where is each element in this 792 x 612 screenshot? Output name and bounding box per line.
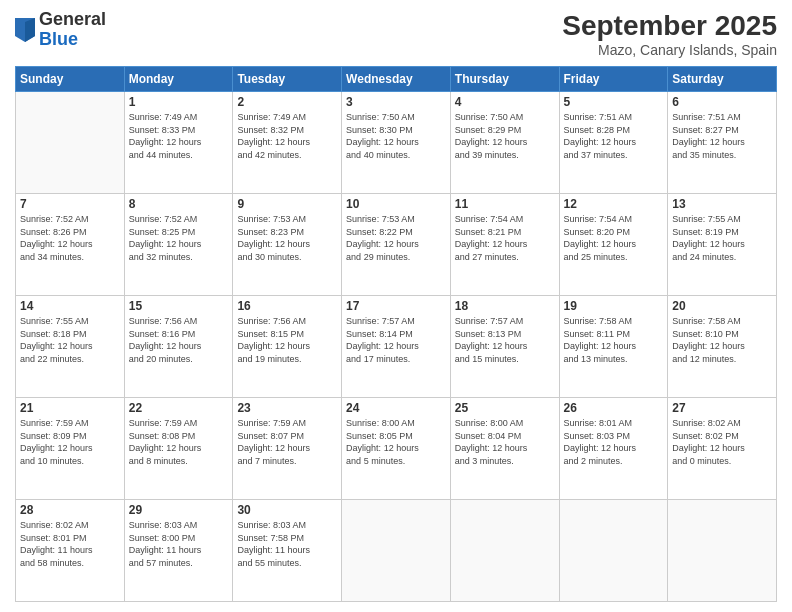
day-number: 20: [672, 299, 772, 313]
table-row: 25Sunrise: 8:00 AM Sunset: 8:04 PM Dayli…: [450, 398, 559, 500]
day-info: Sunrise: 7:50 AM Sunset: 8:29 PM Dayligh…: [455, 111, 555, 161]
table-row: 12Sunrise: 7:54 AM Sunset: 8:20 PM Dayli…: [559, 194, 668, 296]
day-number: 1: [129, 95, 229, 109]
day-number: 28: [20, 503, 120, 517]
table-row: 1Sunrise: 7:49 AM Sunset: 8:33 PM Daylig…: [124, 92, 233, 194]
col-thursday: Thursday: [450, 67, 559, 92]
header: General Blue September 2025 Mazo, Canary…: [15, 10, 777, 58]
day-info: Sunrise: 7:59 AM Sunset: 8:07 PM Dayligh…: [237, 417, 337, 467]
day-number: 21: [20, 401, 120, 415]
day-number: 5: [564, 95, 664, 109]
table-row: 10Sunrise: 7:53 AM Sunset: 8:22 PM Dayli…: [342, 194, 451, 296]
calendar-header-row: Sunday Monday Tuesday Wednesday Thursday…: [16, 67, 777, 92]
col-friday: Friday: [559, 67, 668, 92]
day-info: Sunrise: 7:55 AM Sunset: 8:19 PM Dayligh…: [672, 213, 772, 263]
table-row: 17Sunrise: 7:57 AM Sunset: 8:14 PM Dayli…: [342, 296, 451, 398]
day-info: Sunrise: 7:53 AM Sunset: 8:22 PM Dayligh…: [346, 213, 446, 263]
day-number: 27: [672, 401, 772, 415]
day-info: Sunrise: 8:03 AM Sunset: 7:58 PM Dayligh…: [237, 519, 337, 569]
day-info: Sunrise: 7:59 AM Sunset: 8:09 PM Dayligh…: [20, 417, 120, 467]
day-number: 16: [237, 299, 337, 313]
logo: General Blue: [15, 10, 106, 50]
table-row: 19Sunrise: 7:58 AM Sunset: 8:11 PM Dayli…: [559, 296, 668, 398]
day-number: 10: [346, 197, 446, 211]
table-row: 14Sunrise: 7:55 AM Sunset: 8:18 PM Dayli…: [16, 296, 125, 398]
day-info: Sunrise: 8:00 AM Sunset: 8:05 PM Dayligh…: [346, 417, 446, 467]
table-row: 22Sunrise: 7:59 AM Sunset: 8:08 PM Dayli…: [124, 398, 233, 500]
day-number: 19: [564, 299, 664, 313]
table-row: 3Sunrise: 7:50 AM Sunset: 8:30 PM Daylig…: [342, 92, 451, 194]
day-info: Sunrise: 7:58 AM Sunset: 8:11 PM Dayligh…: [564, 315, 664, 365]
logo-icon: [15, 18, 35, 42]
day-number: 15: [129, 299, 229, 313]
calendar-week-row: 14Sunrise: 7:55 AM Sunset: 8:18 PM Dayli…: [16, 296, 777, 398]
day-info: Sunrise: 8:03 AM Sunset: 8:00 PM Dayligh…: [129, 519, 229, 569]
day-info: Sunrise: 7:52 AM Sunset: 8:25 PM Dayligh…: [129, 213, 229, 263]
logo-blue: Blue: [39, 30, 106, 50]
table-row: 4Sunrise: 7:50 AM Sunset: 8:29 PM Daylig…: [450, 92, 559, 194]
day-number: 23: [237, 401, 337, 415]
day-number: 4: [455, 95, 555, 109]
table-row: [668, 500, 777, 602]
calendar-week-row: 7Sunrise: 7:52 AM Sunset: 8:26 PM Daylig…: [16, 194, 777, 296]
day-info: Sunrise: 7:51 AM Sunset: 8:28 PM Dayligh…: [564, 111, 664, 161]
table-row: 11Sunrise: 7:54 AM Sunset: 8:21 PM Dayli…: [450, 194, 559, 296]
calendar-week-row: 1Sunrise: 7:49 AM Sunset: 8:33 PM Daylig…: [16, 92, 777, 194]
col-saturday: Saturday: [668, 67, 777, 92]
day-number: 12: [564, 197, 664, 211]
day-info: Sunrise: 7:55 AM Sunset: 8:18 PM Dayligh…: [20, 315, 120, 365]
table-row: 5Sunrise: 7:51 AM Sunset: 8:28 PM Daylig…: [559, 92, 668, 194]
table-row: 29Sunrise: 8:03 AM Sunset: 8:00 PM Dayli…: [124, 500, 233, 602]
day-number: 8: [129, 197, 229, 211]
table-row: 8Sunrise: 7:52 AM Sunset: 8:25 PM Daylig…: [124, 194, 233, 296]
col-monday: Monday: [124, 67, 233, 92]
day-info: Sunrise: 7:58 AM Sunset: 8:10 PM Dayligh…: [672, 315, 772, 365]
day-number: 9: [237, 197, 337, 211]
day-info: Sunrise: 8:02 AM Sunset: 8:02 PM Dayligh…: [672, 417, 772, 467]
table-row: 20Sunrise: 7:58 AM Sunset: 8:10 PM Dayli…: [668, 296, 777, 398]
table-row: [342, 500, 451, 602]
table-row: 13Sunrise: 7:55 AM Sunset: 8:19 PM Dayli…: [668, 194, 777, 296]
day-number: 18: [455, 299, 555, 313]
day-info: Sunrise: 8:02 AM Sunset: 8:01 PM Dayligh…: [20, 519, 120, 569]
table-row: 28Sunrise: 8:02 AM Sunset: 8:01 PM Dayli…: [16, 500, 125, 602]
table-row: 18Sunrise: 7:57 AM Sunset: 8:13 PM Dayli…: [450, 296, 559, 398]
day-info: Sunrise: 7:57 AM Sunset: 8:13 PM Dayligh…: [455, 315, 555, 365]
table-row: 15Sunrise: 7:56 AM Sunset: 8:16 PM Dayli…: [124, 296, 233, 398]
day-number: 2: [237, 95, 337, 109]
day-number: 11: [455, 197, 555, 211]
col-wednesday: Wednesday: [342, 67, 451, 92]
table-row: 30Sunrise: 8:03 AM Sunset: 7:58 PM Dayli…: [233, 500, 342, 602]
day-info: Sunrise: 8:01 AM Sunset: 8:03 PM Dayligh…: [564, 417, 664, 467]
table-row: 2Sunrise: 7:49 AM Sunset: 8:32 PM Daylig…: [233, 92, 342, 194]
day-info: Sunrise: 7:54 AM Sunset: 8:20 PM Dayligh…: [564, 213, 664, 263]
day-info: Sunrise: 7:49 AM Sunset: 8:32 PM Dayligh…: [237, 111, 337, 161]
month-title: September 2025: [562, 10, 777, 42]
day-info: Sunrise: 7:52 AM Sunset: 8:26 PM Dayligh…: [20, 213, 120, 263]
table-row: 9Sunrise: 7:53 AM Sunset: 8:23 PM Daylig…: [233, 194, 342, 296]
day-number: 24: [346, 401, 446, 415]
table-row: [559, 500, 668, 602]
table-row: [16, 92, 125, 194]
calendar-table: Sunday Monday Tuesday Wednesday Thursday…: [15, 66, 777, 602]
col-sunday: Sunday: [16, 67, 125, 92]
table-row: 26Sunrise: 8:01 AM Sunset: 8:03 PM Dayli…: [559, 398, 668, 500]
day-info: Sunrise: 7:54 AM Sunset: 8:21 PM Dayligh…: [455, 213, 555, 263]
day-info: Sunrise: 8:00 AM Sunset: 8:04 PM Dayligh…: [455, 417, 555, 467]
day-info: Sunrise: 7:51 AM Sunset: 8:27 PM Dayligh…: [672, 111, 772, 161]
day-number: 13: [672, 197, 772, 211]
table-row: 16Sunrise: 7:56 AM Sunset: 8:15 PM Dayli…: [233, 296, 342, 398]
table-row: 6Sunrise: 7:51 AM Sunset: 8:27 PM Daylig…: [668, 92, 777, 194]
day-info: Sunrise: 7:59 AM Sunset: 8:08 PM Dayligh…: [129, 417, 229, 467]
svg-marker-1: [25, 18, 35, 42]
table-row: 23Sunrise: 7:59 AM Sunset: 8:07 PM Dayli…: [233, 398, 342, 500]
day-info: Sunrise: 7:56 AM Sunset: 8:16 PM Dayligh…: [129, 315, 229, 365]
day-number: 3: [346, 95, 446, 109]
table-row: 21Sunrise: 7:59 AM Sunset: 8:09 PM Dayli…: [16, 398, 125, 500]
day-number: 25: [455, 401, 555, 415]
day-number: 26: [564, 401, 664, 415]
day-info: Sunrise: 7:57 AM Sunset: 8:14 PM Dayligh…: [346, 315, 446, 365]
day-info: Sunrise: 7:50 AM Sunset: 8:30 PM Dayligh…: [346, 111, 446, 161]
location: Mazo, Canary Islands, Spain: [562, 42, 777, 58]
col-tuesday: Tuesday: [233, 67, 342, 92]
